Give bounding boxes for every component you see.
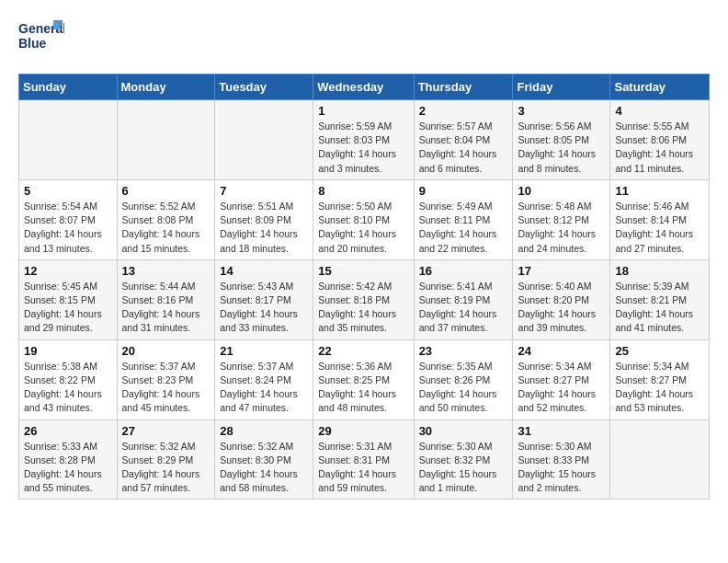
day-number: 31: [518, 424, 605, 438]
day-info: Sunrise: 5:36 AM Sunset: 8:25 PM Dayligh…: [318, 360, 408, 416]
day-info: Sunrise: 5:40 AM Sunset: 8:20 PM Dayligh…: [518, 280, 605, 336]
day-number: 15: [318, 264, 408, 278]
calendar-week-row: 12Sunrise: 5:45 AM Sunset: 8:15 PM Dayli…: [19, 259, 710, 339]
day-number: 19: [24, 344, 112, 358]
calendar-cell: [610, 419, 710, 500]
day-info: Sunrise: 5:56 AM Sunset: 8:05 PM Dayligh…: [518, 120, 605, 176]
calendar-cell: 5Sunrise: 5:54 AM Sunset: 8:07 PM Daylig…: [19, 179, 118, 259]
calendar-cell: 25Sunrise: 5:34 AM Sunset: 8:27 PM Dayli…: [610, 339, 710, 419]
day-number: 12: [24, 264, 112, 278]
day-number: 4: [615, 104, 704, 118]
day-header-monday: Monday: [117, 75, 215, 100]
day-info: Sunrise: 5:39 AM Sunset: 8:21 PM Dayligh…: [615, 280, 704, 336]
day-info: Sunrise: 5:54 AM Sunset: 8:07 PM Dayligh…: [24, 200, 112, 256]
calendar-cell: 28Sunrise: 5:32 AM Sunset: 8:30 PM Dayli…: [215, 419, 313, 500]
day-header-tuesday: Tuesday: [215, 75, 313, 100]
calendar-cell: 8Sunrise: 5:50 AM Sunset: 8:10 PM Daylig…: [313, 179, 414, 259]
day-number: 17: [518, 264, 605, 278]
day-info: Sunrise: 5:41 AM Sunset: 8:19 PM Dayligh…: [419, 280, 508, 336]
day-info: Sunrise: 5:30 AM Sunset: 8:33 PM Dayligh…: [518, 440, 605, 496]
day-info: Sunrise: 5:44 AM Sunset: 8:16 PM Dayligh…: [122, 280, 210, 336]
calendar-cell: 1Sunrise: 5:59 AM Sunset: 8:03 PM Daylig…: [313, 100, 414, 180]
day-number: 3: [518, 104, 605, 118]
day-number: 23: [419, 344, 508, 358]
calendar-cell: 31Sunrise: 5:30 AM Sunset: 8:33 PM Dayli…: [513, 419, 610, 500]
day-info: Sunrise: 5:59 AM Sunset: 8:03 PM Dayligh…: [318, 120, 408, 176]
calendar-cell: 13Sunrise: 5:44 AM Sunset: 8:16 PM Dayli…: [117, 259, 215, 339]
calendar-cell: 17Sunrise: 5:40 AM Sunset: 8:20 PM Dayli…: [513, 259, 610, 339]
day-number: 6: [122, 184, 210, 198]
logo: General Blue: [18, 18, 64, 59]
calendar-cell: 26Sunrise: 5:33 AM Sunset: 8:28 PM Dayli…: [19, 419, 118, 500]
day-header-thursday: Thursday: [414, 75, 513, 100]
day-info: Sunrise: 5:46 AM Sunset: 8:14 PM Dayligh…: [615, 200, 704, 256]
calendar-table: SundayMondayTuesdayWednesdayThursdayFrid…: [18, 74, 710, 500]
day-info: Sunrise: 5:42 AM Sunset: 8:18 PM Dayligh…: [318, 280, 408, 336]
day-number: 21: [220, 344, 308, 358]
day-info: Sunrise: 5:38 AM Sunset: 8:22 PM Dayligh…: [24, 360, 112, 416]
day-info: Sunrise: 5:31 AM Sunset: 8:31 PM Dayligh…: [318, 440, 408, 496]
calendar-header-row: SundayMondayTuesdayWednesdayThursdayFrid…: [19, 75, 710, 100]
calendar-cell: [117, 100, 215, 180]
calendar-cell: 6Sunrise: 5:52 AM Sunset: 8:08 PM Daylig…: [117, 179, 215, 259]
calendar-week-row: 26Sunrise: 5:33 AM Sunset: 8:28 PM Dayli…: [19, 419, 710, 500]
calendar-cell: 2Sunrise: 5:57 AM Sunset: 8:04 PM Daylig…: [414, 100, 513, 180]
calendar-cell: 9Sunrise: 5:49 AM Sunset: 8:11 PM Daylig…: [414, 179, 513, 259]
calendar-week-row: 5Sunrise: 5:54 AM Sunset: 8:07 PM Daylig…: [19, 179, 710, 259]
day-info: Sunrise: 5:32 AM Sunset: 8:30 PM Dayligh…: [220, 440, 308, 496]
day-header-saturday: Saturday: [610, 75, 710, 100]
day-number: 28: [220, 424, 308, 438]
calendar-cell: 24Sunrise: 5:34 AM Sunset: 8:27 PM Dayli…: [513, 339, 610, 419]
day-info: Sunrise: 5:57 AM Sunset: 8:04 PM Dayligh…: [419, 120, 508, 176]
day-info: Sunrise: 5:37 AM Sunset: 8:23 PM Dayligh…: [122, 360, 210, 416]
calendar-cell: 19Sunrise: 5:38 AM Sunset: 8:22 PM Dayli…: [19, 339, 118, 419]
day-info: Sunrise: 5:51 AM Sunset: 8:09 PM Dayligh…: [220, 200, 308, 256]
calendar-cell: [215, 100, 313, 180]
day-number: 18: [615, 264, 704, 278]
calendar-cell: 4Sunrise: 5:55 AM Sunset: 8:06 PM Daylig…: [610, 100, 710, 180]
day-number: 11: [615, 184, 704, 198]
calendar-cell: 21Sunrise: 5:37 AM Sunset: 8:24 PM Dayli…: [215, 339, 313, 419]
day-number: 30: [419, 424, 508, 438]
day-info: Sunrise: 5:43 AM Sunset: 8:17 PM Dayligh…: [220, 280, 308, 336]
day-info: Sunrise: 5:34 AM Sunset: 8:27 PM Dayligh…: [518, 360, 605, 416]
day-number: 7: [220, 184, 308, 198]
calendar-cell: 27Sunrise: 5:32 AM Sunset: 8:29 PM Dayli…: [117, 419, 215, 500]
calendar-cell: 20Sunrise: 5:37 AM Sunset: 8:23 PM Dayli…: [117, 339, 215, 419]
day-number: 16: [419, 264, 508, 278]
day-number: 10: [518, 184, 605, 198]
page-header: General Blue: [18, 18, 710, 59]
day-info: Sunrise: 5:35 AM Sunset: 8:26 PM Dayligh…: [419, 360, 508, 416]
calendar-cell: 29Sunrise: 5:31 AM Sunset: 8:31 PM Dayli…: [313, 419, 414, 500]
calendar-cell: 12Sunrise: 5:45 AM Sunset: 8:15 PM Dayli…: [19, 259, 118, 339]
calendar-cell: 14Sunrise: 5:43 AM Sunset: 8:17 PM Dayli…: [215, 259, 313, 339]
day-info: Sunrise: 5:48 AM Sunset: 8:12 PM Dayligh…: [518, 200, 605, 256]
day-info: Sunrise: 5:55 AM Sunset: 8:06 PM Dayligh…: [615, 120, 704, 176]
day-number: 5: [24, 184, 112, 198]
calendar-cell: 15Sunrise: 5:42 AM Sunset: 8:18 PM Dayli…: [313, 259, 414, 339]
day-number: 22: [318, 344, 408, 358]
calendar-week-row: 19Sunrise: 5:38 AM Sunset: 8:22 PM Dayli…: [19, 339, 710, 419]
day-info: Sunrise: 5:45 AM Sunset: 8:15 PM Dayligh…: [24, 280, 112, 336]
day-header-friday: Friday: [513, 75, 610, 100]
day-number: 27: [122, 424, 210, 438]
day-number: 14: [220, 264, 308, 278]
calendar-cell: 11Sunrise: 5:46 AM Sunset: 8:14 PM Dayli…: [610, 179, 710, 259]
calendar-cell: [19, 100, 118, 180]
day-number: 2: [419, 104, 508, 118]
calendar-week-row: 1Sunrise: 5:59 AM Sunset: 8:03 PM Daylig…: [19, 100, 710, 180]
day-number: 13: [122, 264, 210, 278]
calendar-cell: 22Sunrise: 5:36 AM Sunset: 8:25 PM Dayli…: [313, 339, 414, 419]
logo-svg: General Blue: [18, 18, 64, 59]
day-info: Sunrise: 5:50 AM Sunset: 8:10 PM Dayligh…: [318, 200, 408, 256]
day-info: Sunrise: 5:37 AM Sunset: 8:24 PM Dayligh…: [220, 360, 308, 416]
calendar-cell: 3Sunrise: 5:56 AM Sunset: 8:05 PM Daylig…: [513, 100, 610, 180]
day-info: Sunrise: 5:32 AM Sunset: 8:29 PM Dayligh…: [122, 440, 210, 496]
day-number: 26: [24, 424, 112, 438]
calendar-cell: 23Sunrise: 5:35 AM Sunset: 8:26 PM Dayli…: [414, 339, 513, 419]
calendar-cell: 16Sunrise: 5:41 AM Sunset: 8:19 PM Dayli…: [414, 259, 513, 339]
day-number: 24: [518, 344, 605, 358]
day-number: 9: [419, 184, 508, 198]
calendar-cell: 30Sunrise: 5:30 AM Sunset: 8:32 PM Dayli…: [414, 419, 513, 500]
day-number: 20: [122, 344, 210, 358]
